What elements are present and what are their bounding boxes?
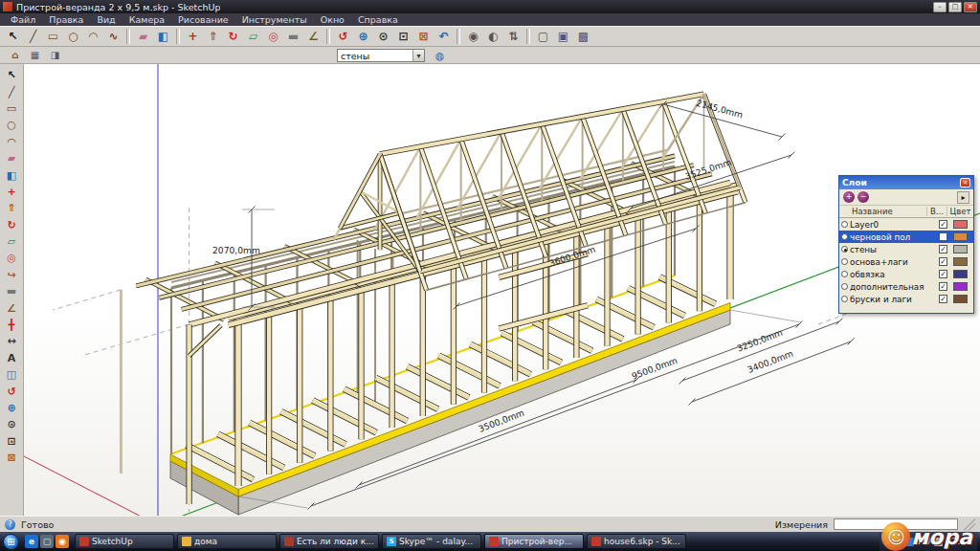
quicklaunch-media[interactable]: ◉ [56,535,69,548]
layer-visible-checkbox[interactable] [939,220,947,229]
protractor-tool[interactable]: ∠ [303,28,323,45]
close-icon[interactable]: ✕ [960,178,970,187]
pushpull-tool[interactable]: ⇑ [203,28,223,45]
layer-visible-checkbox[interactable] [939,232,947,241]
text-tool[interactable]: A [2,350,21,366]
arc-tool[interactable]: ◠ [2,134,21,150]
model-view[interactable]: 2145,0mm 3525,0mm 2070,0mm 3600,0mm 3250… [24,64,980,516]
drawing-canvas[interactable]: 2145,0mm 3525,0mm 2070,0mm 3600,0mm 3250… [24,64,980,516]
paintbucket-tool[interactable]: ◧ [2,166,21,183]
column-name[interactable]: Название [839,207,927,216]
view-iso-icon[interactable]: ⌂ [5,48,25,62]
layer-active-radio[interactable] [841,246,848,253]
layer-row[interactable]: Layer0 [839,218,973,231]
start-button[interactable]: ⊞ [3,534,19,550]
minimize-button[interactable]: – [933,2,947,12]
taskbar-item[interactable]: SketchUp [75,534,174,549]
layers-panel-titlebar[interactable]: Слои ✕ [839,176,973,189]
zoom-extents-tool[interactable]: ⊠ [2,450,21,466]
zoom-window-tool[interactable]: ⊡ [393,28,413,45]
chevron-down-icon[interactable]: ▾ [412,50,424,61]
zoom-tool[interactable]: ⊙ [2,416,21,432]
layer-row[interactable]: дополнительная [839,280,973,293]
menu-item[interactable]: Окно [314,13,351,26]
taskbar-item[interactable]: дома [177,534,277,549]
menu-item[interactable]: Вид [90,13,122,26]
circle-tool[interactable]: ○ [63,28,83,45]
layer-color-swatch[interactable] [953,245,968,253]
layer-visible-checkbox[interactable] [939,245,947,253]
paintbucket-tool[interactable]: ◧ [153,28,173,45]
menu-item[interactable]: Справка [351,13,405,26]
shaded-style-icon[interactable]: ▣ [553,28,573,45]
menu-item[interactable]: Правка [42,13,90,26]
layer-visible-checkbox[interactable] [939,270,947,278]
line-tool[interactable]: ╱ [23,28,43,45]
menu-item[interactable]: Файл [4,13,42,26]
layer-active-radio[interactable] [841,296,848,302]
status-help-icon[interactable]: ? [5,519,15,530]
view-top-icon[interactable]: ▦ [25,48,45,62]
pan-tool[interactable]: ⊕ [353,28,373,45]
dimension-tool[interactable]: ↔ [2,333,21,349]
quicklaunch-browser[interactable]: e [25,535,38,548]
layer-visible-checkbox[interactable] [939,257,947,266]
look-around-tool[interactable]: ◐ [483,28,503,45]
layer-active-radio[interactable] [841,271,848,277]
rotate-tool[interactable]: ↻ [2,217,21,233]
arc-tool[interactable]: ◠ [83,28,103,45]
layer-color-swatch[interactable] [953,232,968,241]
quicklaunch-desktop[interactable]: ▢ [40,535,54,548]
layer-manager-icon[interactable]: ◍ [433,49,447,62]
layer-color-swatch[interactable] [953,295,968,303]
scale-tool[interactable]: ▱ [243,28,263,45]
followme-tool[interactable]: ↪ [2,267,21,283]
layer-details-button[interactable]: ▸ [957,191,969,204]
rectangle-tool[interactable]: ▭ [2,100,21,117]
eraser-tool[interactable]: ▰ [133,28,153,45]
active-layer-dropdown[interactable]: стены ▾ [337,49,425,62]
zoom-window-tool[interactable]: ⊡ [2,433,21,450]
circle-tool[interactable]: ○ [2,117,21,133]
zoom-tool[interactable]: ⊙ [373,28,393,45]
column-visible[interactable]: В... [927,207,947,216]
orbit-tool[interactable]: ↺ [2,383,21,399]
layer-row[interactable]: стены [839,243,973,255]
taskbar-item[interactable]: Есть ли люди к... [279,534,379,549]
layer-color-swatch[interactable] [953,257,968,266]
layer-active-radio[interactable] [841,283,848,290]
menu-item[interactable]: Камера [122,13,171,26]
layer-visible-checkbox[interactable] [939,282,947,291]
layer-row[interactable]: черновой пол [839,231,973,243]
layer-active-radio[interactable] [841,233,848,240]
offset-tool[interactable]: ◎ [2,250,21,266]
section-plane-tool[interactable]: ◫ [2,366,21,383]
scale-tool[interactable]: ▱ [2,233,21,250]
textured-style-icon[interactable]: ▩ [573,28,593,45]
layer-visible-checkbox[interactable] [939,295,947,303]
add-layer-button[interactable]: + [843,191,855,203]
layer-row[interactable]: обвязка [839,268,973,280]
view-front-icon[interactable]: ◨ [45,48,65,62]
layer-color-swatch[interactable] [953,220,968,229]
layer-color-swatch[interactable] [953,282,968,291]
wireframe-style-icon[interactable]: ▢ [533,28,553,45]
freehand-tool[interactable]: ∿ [103,28,123,45]
select-tool[interactable]: ↖ [3,28,23,45]
taskbar-item[interactable]: house6.skp - Sk... [587,534,686,549]
layer-row[interactable]: бруски и лаги [839,293,973,305]
rotate-tool[interactable]: ↻ [223,28,243,45]
protractor-tool[interactable]: ∠ [2,299,21,316]
menu-item[interactable]: Рисование [171,13,235,26]
axes-tool[interactable]: ╋ [2,317,21,333]
column-color[interactable]: Цвет [947,207,973,216]
orbit-tool[interactable]: ↺ [333,28,353,45]
pushpull-tool[interactable]: ⇑ [2,200,21,216]
move-tool[interactable]: + [2,184,21,200]
line-tool[interactable]: ╱ [2,83,21,99]
menu-item[interactable]: Инструменты [235,13,314,26]
layer-active-radio[interactable] [841,221,848,228]
select-tool[interactable]: ↖ [2,67,21,83]
rectangle-tool[interactable]: ▭ [43,28,63,45]
taskbar-item[interactable]: S Skype™ - dalay... [382,534,481,549]
